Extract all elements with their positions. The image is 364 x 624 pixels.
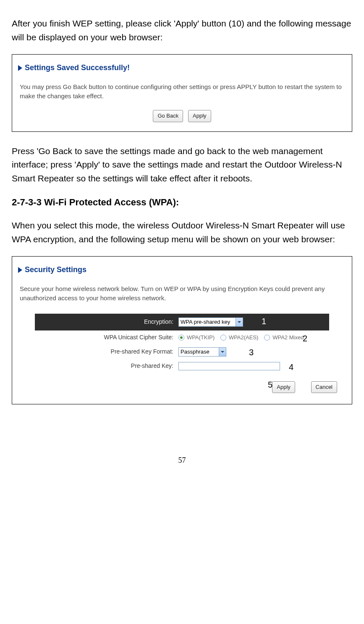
box1-title: Settings Saved Successfully! (25, 62, 130, 74)
page-number: 57 (12, 455, 352, 467)
box1-text: You may press Go Back button to continue… (18, 82, 346, 101)
intro-paragraph: After you finish WEP setting, please cli… (12, 17, 352, 44)
format-select[interactable]: Passphrase (178, 347, 226, 357)
box2-text: Secure your home wireless network below.… (18, 284, 346, 303)
callout-2: 2 (303, 332, 307, 345)
chevron-down-icon (219, 348, 226, 356)
radio-aes[interactable] (220, 335, 226, 341)
radio-mixed-label: WPA2 Mixed (272, 334, 304, 341)
chevron-down-icon (236, 318, 243, 326)
callout-1: 1 (262, 315, 266, 328)
cancel-button[interactable]: Cancel (311, 381, 337, 393)
encryption-label: Encryption: (35, 317, 178, 327)
action-row: 5 Apply Cancel (18, 373, 346, 393)
radio-aes-label: WPA2(AES) (229, 334, 259, 341)
mid-paragraph: Press 'Go Back to save the settings made… (12, 144, 352, 186)
section-heading: 2-7-3-3 Wi-Fi Protected Access (WPA): (12, 195, 352, 210)
key-label: Pre-shared Key: (35, 362, 178, 371)
settings-saved-box: Settings Saved Successfully! You may pre… (12, 54, 352, 132)
callout-5: 5 (268, 378, 272, 391)
encryption-row: Encryption: WPA pre-shared key 1 (35, 314, 329, 330)
preshared-key-input[interactable] (178, 362, 280, 370)
go-back-button[interactable]: Go Back (153, 110, 183, 122)
callout-4: 4 (289, 361, 293, 374)
arrow-right-icon (18, 267, 22, 273)
format-label: Pre-shared Key Format: (35, 347, 178, 357)
box1-header: Settings Saved Successfully! (18, 62, 346, 74)
arrow-right-icon (18, 65, 22, 71)
cipher-options: WPA(TKIP) WPA2(AES) WPA2 Mixed (178, 333, 308, 342)
p2: When you select this mode, the wireless … (12, 219, 352, 246)
radio-tkip[interactable] (178, 335, 184, 341)
box1-button-row: Go Back Apply (18, 108, 346, 122)
key-row: Pre-shared Key: 4 (35, 359, 329, 373)
cipher-label: WPA Unicast Cipher Suite: (35, 333, 178, 342)
callout-3: 3 (249, 346, 254, 359)
apply-button[interactable]: Apply (188, 110, 211, 122)
encryption-select[interactable]: WPA pre-shared key (178, 317, 243, 327)
encryption-value: WPA pre-shared key (181, 318, 230, 326)
radio-tkip-label: WPA(TKIP) (187, 334, 215, 341)
box2-title: Security Settings (25, 264, 86, 276)
security-settings-box: Security Settings Secure your home wirel… (12, 256, 352, 404)
radio-mixed[interactable] (264, 335, 270, 341)
box2-header: Security Settings (18, 264, 346, 276)
apply-button-2[interactable]: Apply (272, 381, 295, 393)
cipher-row: WPA Unicast Cipher Suite: WPA(TKIP) WPA2… (35, 330, 329, 345)
format-row: Pre-shared Key Format: Passphrase 3 (35, 345, 329, 359)
format-value: Passphrase (181, 348, 209, 356)
